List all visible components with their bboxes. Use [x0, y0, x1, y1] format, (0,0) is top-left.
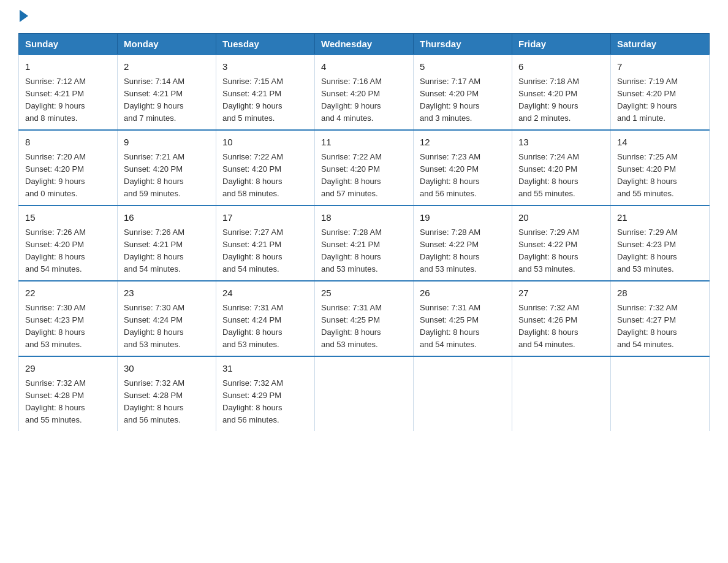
day-info: Sunrise: 7:21 AMSunset: 4:20 PMDaylight:…: [124, 152, 184, 198]
day-info: Sunrise: 7:26 AMSunset: 4:21 PMDaylight:…: [124, 228, 184, 274]
week-row-4: 22Sunrise: 7:30 AMSunset: 4:23 PMDayligh…: [19, 281, 710, 356]
day-number: 7: [617, 60, 703, 74]
day-cell: 13Sunrise: 7:24 AMSunset: 4:20 PMDayligh…: [512, 130, 611, 205]
day-info: Sunrise: 7:31 AMSunset: 4:25 PMDaylight:…: [321, 303, 382, 349]
day-number: 11: [321, 136, 407, 150]
day-cell: 26Sunrise: 7:31 AMSunset: 4:25 PMDayligh…: [414, 281, 512, 356]
day-number: 3: [222, 60, 308, 74]
day-cell: [512, 356, 611, 431]
day-cell: 4Sunrise: 7:16 AMSunset: 4:20 PMDaylight…: [315, 55, 414, 130]
day-number: 8: [25, 136, 111, 150]
day-cell: 18Sunrise: 7:28 AMSunset: 4:21 PMDayligh…: [315, 205, 414, 281]
day-info: Sunrise: 7:17 AMSunset: 4:20 PMDaylight:…: [420, 77, 480, 123]
header-cell-saturday: Saturday: [611, 34, 710, 55]
day-number: 1: [25, 60, 111, 74]
day-info: Sunrise: 7:28 AMSunset: 4:22 PMDaylight:…: [420, 228, 480, 274]
day-info: Sunrise: 7:22 AMSunset: 4:20 PMDaylight:…: [222, 152, 283, 198]
day-cell: 3Sunrise: 7:15 AMSunset: 4:21 PMDaylight…: [216, 55, 315, 130]
day-info: Sunrise: 7:18 AMSunset: 4:20 PMDaylight:…: [518, 77, 579, 123]
day-info: Sunrise: 7:30 AMSunset: 4:23 PMDaylight:…: [25, 303, 86, 349]
day-cell: 14Sunrise: 7:25 AMSunset: 4:20 PMDayligh…: [611, 130, 710, 205]
day-info: Sunrise: 7:20 AMSunset: 4:20 PMDaylight:…: [25, 152, 86, 198]
day-cell: 11Sunrise: 7:22 AMSunset: 4:20 PMDayligh…: [315, 130, 414, 205]
day-info: Sunrise: 7:24 AMSunset: 4:20 PMDaylight:…: [518, 152, 579, 198]
week-row-1: 1Sunrise: 7:12 AMSunset: 4:21 PMDaylight…: [19, 55, 710, 130]
day-info: Sunrise: 7:16 AMSunset: 4:20 PMDaylight:…: [321, 77, 382, 123]
day-cell: 22Sunrise: 7:30 AMSunset: 4:23 PMDayligh…: [19, 281, 118, 356]
day-cell: 10Sunrise: 7:22 AMSunset: 4:20 PMDayligh…: [216, 130, 315, 205]
header-cell-tuesday: Tuesday: [216, 34, 315, 55]
day-info: Sunrise: 7:22 AMSunset: 4:20 PMDaylight:…: [321, 152, 382, 198]
day-cell: 31Sunrise: 7:32 AMSunset: 4:29 PMDayligh…: [216, 356, 315, 431]
day-cell: 1Sunrise: 7:12 AMSunset: 4:21 PMDaylight…: [19, 55, 118, 130]
day-number: 2: [124, 60, 210, 74]
day-number: 13: [518, 136, 604, 150]
day-info: Sunrise: 7:29 AMSunset: 4:22 PMDaylight:…: [518, 228, 579, 274]
day-info: Sunrise: 7:31 AMSunset: 4:24 PMDaylight:…: [222, 303, 283, 349]
page-header: [18, 12, 710, 22]
day-number: 22: [25, 286, 111, 301]
day-cell: 23Sunrise: 7:30 AMSunset: 4:24 PMDayligh…: [118, 281, 216, 356]
header-cell-wednesday: Wednesday: [315, 34, 414, 55]
day-number: 27: [518, 286, 604, 301]
day-cell: 29Sunrise: 7:32 AMSunset: 4:28 PMDayligh…: [19, 356, 118, 431]
day-cell: 16Sunrise: 7:26 AMSunset: 4:21 PMDayligh…: [118, 205, 216, 281]
day-cell: 12Sunrise: 7:23 AMSunset: 4:20 PMDayligh…: [414, 130, 512, 205]
header-row: SundayMondayTuesdayWednesdayThursdayFrid…: [19, 34, 710, 55]
day-number: 23: [124, 286, 210, 301]
day-number: 31: [222, 362, 308, 376]
day-info: Sunrise: 7:30 AMSunset: 4:24 PMDaylight:…: [124, 303, 184, 349]
day-cell: 21Sunrise: 7:29 AMSunset: 4:23 PMDayligh…: [611, 205, 710, 281]
day-cell: 27Sunrise: 7:32 AMSunset: 4:26 PMDayligh…: [512, 281, 611, 356]
day-number: 5: [420, 60, 506, 74]
day-number: 14: [617, 136, 703, 150]
week-row-2: 8Sunrise: 7:20 AMSunset: 4:20 PMDaylight…: [19, 130, 710, 205]
day-number: 10: [222, 136, 308, 150]
header-cell-sunday: Sunday: [19, 34, 118, 55]
day-number: 25: [321, 286, 407, 301]
day-cell: 17Sunrise: 7:27 AMSunset: 4:21 PMDayligh…: [216, 205, 315, 281]
day-info: Sunrise: 7:23 AMSunset: 4:20 PMDaylight:…: [420, 152, 480, 198]
day-info: Sunrise: 7:25 AMSunset: 4:20 PMDaylight:…: [617, 152, 678, 198]
day-cell: 9Sunrise: 7:21 AMSunset: 4:20 PMDaylight…: [118, 130, 216, 205]
day-info: Sunrise: 7:32 AMSunset: 4:28 PMDaylight:…: [124, 378, 184, 424]
day-info: Sunrise: 7:31 AMSunset: 4:25 PMDaylight:…: [420, 303, 480, 349]
day-cell: [315, 356, 414, 431]
day-number: 24: [222, 286, 308, 301]
day-cell: 28Sunrise: 7:32 AMSunset: 4:27 PMDayligh…: [611, 281, 710, 356]
day-cell: 5Sunrise: 7:17 AMSunset: 4:20 PMDaylight…: [414, 55, 512, 130]
day-cell: 15Sunrise: 7:26 AMSunset: 4:20 PMDayligh…: [19, 205, 118, 281]
day-number: 15: [25, 211, 111, 225]
day-info: Sunrise: 7:29 AMSunset: 4:23 PMDaylight:…: [617, 228, 678, 274]
day-info: Sunrise: 7:26 AMSunset: 4:20 PMDaylight:…: [25, 228, 86, 274]
day-info: Sunrise: 7:32 AMSunset: 4:29 PMDaylight:…: [222, 378, 283, 424]
day-number: 26: [420, 286, 506, 301]
day-number: 6: [518, 60, 604, 74]
day-cell: 6Sunrise: 7:18 AMSunset: 4:20 PMDaylight…: [512, 55, 611, 130]
week-row-5: 29Sunrise: 7:32 AMSunset: 4:28 PMDayligh…: [19, 356, 710, 431]
day-number: 16: [124, 211, 210, 225]
day-number: 9: [124, 136, 210, 150]
day-number: 29: [25, 362, 111, 376]
day-info: Sunrise: 7:32 AMSunset: 4:26 PMDaylight:…: [518, 303, 579, 349]
day-info: Sunrise: 7:15 AMSunset: 4:21 PMDaylight:…: [222, 77, 283, 123]
day-info: Sunrise: 7:28 AMSunset: 4:21 PMDaylight:…: [321, 228, 382, 274]
header-cell-friday: Friday: [512, 34, 611, 55]
day-info: Sunrise: 7:32 AMSunset: 4:28 PMDaylight:…: [25, 378, 86, 424]
header-cell-monday: Monday: [118, 34, 216, 55]
day-cell: 25Sunrise: 7:31 AMSunset: 4:25 PMDayligh…: [315, 281, 414, 356]
calendar-table: SundayMondayTuesdayWednesdayThursdayFrid…: [18, 33, 710, 431]
calendar-header: SundayMondayTuesdayWednesdayThursdayFrid…: [19, 34, 710, 55]
day-info: Sunrise: 7:14 AMSunset: 4:21 PMDaylight:…: [124, 77, 184, 123]
day-cell: 20Sunrise: 7:29 AMSunset: 4:22 PMDayligh…: [512, 205, 611, 281]
day-number: 12: [420, 136, 506, 150]
day-info: Sunrise: 7:32 AMSunset: 4:27 PMDaylight:…: [617, 303, 678, 349]
day-number: 20: [518, 211, 604, 225]
logo-arrow-icon: [20, 10, 28, 22]
week-row-3: 15Sunrise: 7:26 AMSunset: 4:20 PMDayligh…: [19, 205, 710, 281]
day-number: 30: [124, 362, 210, 376]
day-number: 21: [617, 211, 703, 225]
day-cell: [414, 356, 512, 431]
header-cell-thursday: Thursday: [414, 34, 512, 55]
day-cell: [611, 356, 710, 431]
